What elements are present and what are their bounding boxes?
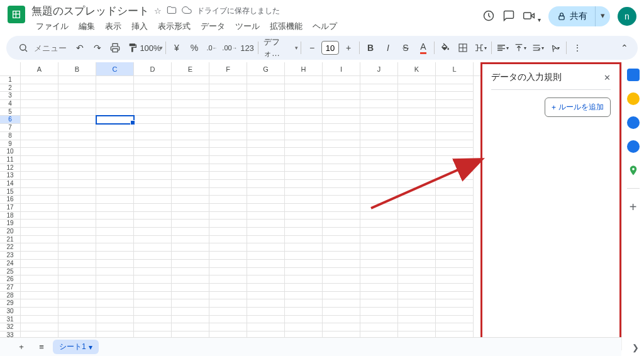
cell[interactable]: [134, 220, 172, 228]
cell[interactable]: [247, 100, 285, 108]
col-header-E[interactable]: E: [172, 62, 209, 75]
cell[interactable]: [323, 108, 360, 116]
collapse-toolbar-button[interactable]: ⌃: [616, 40, 633, 56]
font-dropdown[interactable]: デフォ…: [261, 40, 294, 56]
col-header-L[interactable]: L: [436, 62, 474, 75]
cell[interactable]: [21, 100, 58, 108]
cell[interactable]: [398, 236, 436, 244]
cell[interactable]: [96, 228, 134, 236]
cell[interactable]: [436, 316, 474, 324]
col-header-B[interactable]: B: [58, 62, 96, 75]
cell[interactable]: [134, 172, 172, 180]
cell[interactable]: [58, 236, 96, 244]
cell[interactable]: [360, 108, 398, 116]
cell[interactable]: [172, 132, 209, 140]
add-rule-button[interactable]: + ルールを追加: [545, 97, 611, 117]
cell[interactable]: [21, 132, 58, 140]
cell[interactable]: [247, 124, 285, 132]
more-button[interactable]: ⋮: [569, 40, 586, 56]
cell[interactable]: [436, 76, 474, 84]
cell[interactable]: [209, 84, 247, 92]
cell[interactable]: [285, 308, 323, 316]
cell[interactable]: [398, 180, 436, 188]
cell[interactable]: [21, 243, 58, 252]
cell[interactable]: [436, 284, 474, 292]
cell[interactable]: [209, 316, 247, 324]
cell[interactable]: [21, 84, 58, 92]
cell[interactable]: [58, 132, 96, 140]
row-header[interactable]: 22: [0, 243, 21, 252]
cell[interactable]: [172, 204, 209, 212]
cell[interactable]: [360, 148, 398, 156]
cell[interactable]: [96, 180, 134, 188]
print-button[interactable]: [107, 40, 123, 56]
cell[interactable]: [436, 84, 474, 92]
cloud-icon[interactable]: [182, 5, 192, 17]
cell[interactable]: [134, 156, 172, 164]
cell[interactable]: [172, 308, 209, 316]
cell[interactable]: [172, 284, 209, 292]
cell[interactable]: [360, 204, 398, 212]
cell[interactable]: [58, 188, 96, 196]
cell[interactable]: [96, 140, 134, 148]
cell[interactable]: [21, 308, 58, 316]
cell[interactable]: [209, 323, 247, 331]
cell[interactable]: [285, 220, 323, 228]
cell[interactable]: [58, 292, 96, 300]
cell[interactable]: [21, 92, 58, 100]
cell[interactable]: [360, 100, 398, 108]
cell[interactable]: [360, 92, 398, 100]
row-header[interactable]: 12: [0, 164, 21, 172]
cell[interactable]: [323, 164, 360, 172]
number-format-button[interactable]: 123: [239, 40, 255, 56]
cell[interactable]: [172, 172, 209, 180]
chevron-down-icon[interactable]: ▾: [89, 343, 92, 352]
share-button[interactable]: 共有: [548, 6, 595, 26]
cell[interactable]: [134, 228, 172, 236]
cell[interactable]: [21, 220, 58, 228]
cell[interactable]: [96, 108, 134, 116]
cell[interactable]: [360, 140, 398, 148]
cell[interactable]: [209, 148, 247, 156]
cell[interactable]: [285, 243, 323, 252]
cell[interactable]: [360, 164, 398, 172]
cell[interactable]: [172, 156, 209, 164]
row-header[interactable]: 30: [0, 308, 21, 316]
contacts-icon[interactable]: [627, 140, 640, 153]
cell[interactable]: [247, 268, 285, 276]
cell[interactable]: [58, 299, 96, 308]
col-header-H[interactable]: H: [285, 62, 323, 75]
cell[interactable]: [96, 260, 134, 268]
cell[interactable]: [436, 188, 474, 196]
zoom-dropdown[interactable]: 100%: [142, 40, 158, 56]
row-header[interactable]: 13: [0, 172, 21, 180]
cell[interactable]: [58, 323, 96, 331]
cell[interactable]: [285, 252, 323, 260]
cell[interactable]: [134, 148, 172, 156]
cell[interactable]: [96, 156, 134, 164]
cell[interactable]: [323, 100, 360, 108]
row-header[interactable]: 24: [0, 260, 21, 268]
cell[interactable]: [398, 76, 436, 84]
cell[interactable]: [323, 204, 360, 212]
cell[interactable]: [285, 292, 323, 300]
cell[interactable]: [96, 236, 134, 244]
col-header-I[interactable]: I: [323, 62, 360, 75]
row-header[interactable]: 18: [0, 212, 21, 220]
cell[interactable]: [436, 204, 474, 212]
cell[interactable]: [285, 284, 323, 292]
row-header[interactable]: 27: [0, 284, 21, 292]
percent-button[interactable]: %: [186, 40, 203, 56]
account-avatar[interactable]: n: [618, 7, 636, 26]
cell[interactable]: [21, 284, 58, 292]
row-header[interactable]: 10: [0, 148, 21, 156]
cell[interactable]: [134, 108, 172, 116]
cell[interactable]: [285, 204, 323, 212]
cell[interactable]: [172, 180, 209, 188]
sheet-tab[interactable]: シート1 ▾: [53, 340, 99, 354]
cell[interactable]: [360, 260, 398, 268]
addons-plus-icon[interactable]: +: [630, 200, 637, 214]
cell[interactable]: [58, 308, 96, 316]
cell[interactable]: [134, 268, 172, 276]
cell[interactable]: [21, 180, 58, 188]
